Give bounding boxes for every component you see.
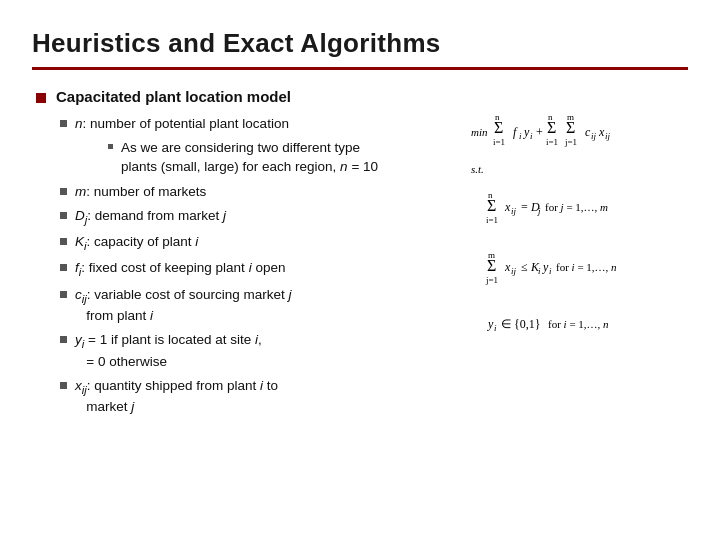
main-bullet: Capacitated plant location model <box>36 88 432 105</box>
item-fi: fi: fixed cost of keeping plant i open <box>60 259 432 280</box>
item-ki: Ki: capacity of plant i <box>60 233 432 254</box>
svg-text:ij: ij <box>511 266 517 276</box>
svg-text:i: i <box>530 131 533 141</box>
svg-text:∈ {0,1}: ∈ {0,1} <box>501 317 541 331</box>
bullet-xij-icon <box>60 382 67 389</box>
item-yi: yi = 1 if plant is located at site i, = … <box>60 331 432 371</box>
svg-text:s.t.: s.t. <box>471 163 484 175</box>
svg-text:for j = 1,…, m: for j = 1,…, m <box>545 201 608 213</box>
bullet-dj-icon <box>60 212 67 219</box>
svg-text:i: i <box>494 323 497 333</box>
svg-text:y: y <box>487 317 494 331</box>
item-xij-text: xij: quantity shipped from plant i to ma… <box>75 377 278 417</box>
svg-text:min: min <box>471 126 488 138</box>
svg-text:Σ: Σ <box>487 197 496 214</box>
main-bullet-icon <box>36 93 46 103</box>
svg-text:i=1: i=1 <box>493 137 505 147</box>
content-area: Capacitated plant location model n: numb… <box>32 88 688 423</box>
svg-text:x: x <box>504 200 511 214</box>
item-yi-text: yi = 1 if plant is located at site i, = … <box>75 331 262 371</box>
svg-text:j: j <box>537 206 541 216</box>
item-m-text: m: number of markets <box>75 183 206 202</box>
item-xij: xij: quantity shipped from plant i to ma… <box>60 377 432 417</box>
sub-item-n: n: number of potential plant location As… <box>60 115 432 177</box>
item-cij: cij: variable cost of sourcing market j … <box>60 286 432 326</box>
bullet-yi-icon <box>60 336 67 343</box>
main-bullet-text: Capacitated plant location model <box>56 88 291 105</box>
item-dj: Dj: demand from market j <box>60 207 432 228</box>
item-m: m: number of markets <box>60 183 432 202</box>
svg-text:i=1: i=1 <box>546 137 558 147</box>
svg-text:y: y <box>542 260 549 274</box>
svg-text:i: i <box>538 266 541 276</box>
svg-text:+: + <box>536 125 543 139</box>
bullet-m-icon <box>60 188 67 195</box>
svg-text:x: x <box>598 125 605 139</box>
svg-text:i=1: i=1 <box>486 215 498 225</box>
item-ki-text: Ki: capacity of plant i <box>75 233 198 254</box>
slide: Heuristics and Exact Algorithms Capacita… <box>0 0 720 540</box>
svg-text:ij: ij <box>511 206 517 216</box>
svg-text:ij: ij <box>605 131 611 141</box>
sub-sub-bullet-icon <box>108 144 113 149</box>
svg-text:for i = 1,…, n: for i = 1,…, n <box>548 318 609 330</box>
svg-text:x: x <box>504 260 511 274</box>
right-panel: min n Σ i=1 f i y i + n Σ i=1 m Σ j=1 <box>448 88 688 423</box>
title-divider <box>32 67 688 70</box>
svg-text:≤: ≤ <box>521 260 528 274</box>
svg-text:ij: ij <box>591 131 597 141</box>
formula-svg: min n Σ i=1 f i y i + n Σ i=1 m Σ j=1 <box>463 98 673 398</box>
list-items: m: number of markets Dj: demand from mar… <box>60 183 432 417</box>
sub-sub-item-text: As we are considering two different type… <box>121 139 378 177</box>
svg-text:f: f <box>513 125 518 139</box>
svg-text:Σ: Σ <box>487 257 496 274</box>
svg-text:j=1: j=1 <box>564 137 577 147</box>
svg-text:for i = 1,…, n: for i = 1,…, n <box>556 261 617 273</box>
item-cij-text: cij: variable cost of sourcing market j … <box>75 286 292 326</box>
bullet-fi-icon <box>60 264 67 271</box>
svg-text:i: i <box>549 266 552 276</box>
sub-bullet-n-icon <box>60 120 67 127</box>
sub-sub-item: As we are considering two different type… <box>108 139 432 177</box>
svg-text:y: y <box>523 125 530 139</box>
sub-item-n-text: n: number of potential plant location <box>75 115 289 134</box>
item-fi-text: fi: fixed cost of keeping plant i open <box>75 259 285 280</box>
slide-title: Heuristics and Exact Algorithms <box>32 28 688 59</box>
svg-text:=: = <box>521 200 528 214</box>
svg-text:Σ: Σ <box>547 119 556 136</box>
left-panel: Capacitated plant location model n: numb… <box>32 88 432 423</box>
svg-text:j=1: j=1 <box>485 275 498 285</box>
bullet-cij-icon <box>60 291 67 298</box>
bullet-ki-icon <box>60 238 67 245</box>
svg-text:Σ: Σ <box>566 119 575 136</box>
svg-text:Σ: Σ <box>494 119 503 136</box>
svg-text:i: i <box>519 131 522 141</box>
item-dj-text: Dj: demand from market j <box>75 207 226 228</box>
